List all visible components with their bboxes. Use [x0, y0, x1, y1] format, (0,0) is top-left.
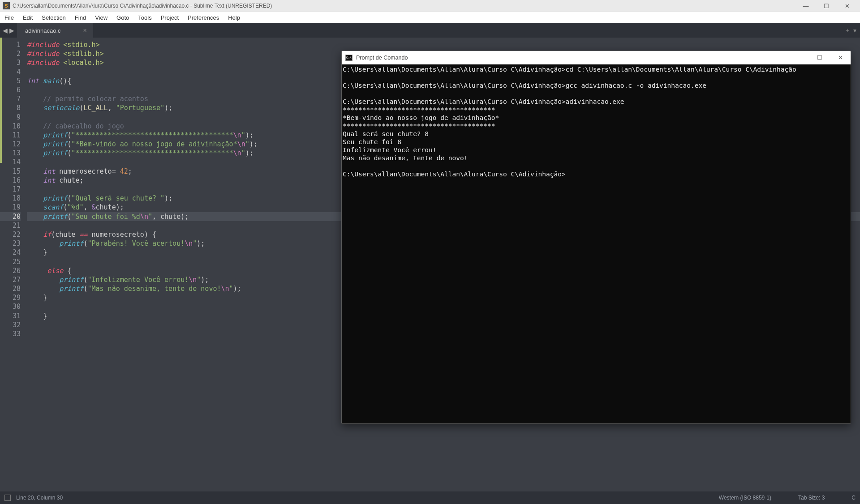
tab-nav-arrows[interactable]: ◀▶: [0, 23, 17, 38]
menu-edit[interactable]: Edit: [18, 12, 37, 23]
menu-help[interactable]: Help: [224, 12, 245, 23]
window-controls: — ☐ ✕: [796, 0, 857, 12]
command-prompt-window[interactable]: C:\ Prompt de Comando — ☐ ✕ C:\Users\all…: [341, 51, 851, 424]
cmd-close-button[interactable]: ✕: [830, 51, 851, 64]
menubar: File Edit Selection Find View Goto Tools…: [0, 12, 860, 23]
window-title: C:\Users\allan\Documents\Allan\Alura\Cur…: [13, 3, 796, 9]
cmd-maximize-button[interactable]: ☐: [809, 51, 830, 64]
cmd-title: Prompt de Comando: [356, 55, 789, 61]
menu-selection[interactable]: Selection: [37, 12, 70, 23]
menu-preferences[interactable]: Preferences: [183, 12, 224, 23]
titlebar: S C:\Users\allan\Documents\Allan\Alura\C…: [0, 0, 860, 12]
cmd-titlebar[interactable]: C:\ Prompt de Comando — ☐ ✕: [342, 51, 851, 64]
cmd-minimize-button[interactable]: —: [789, 51, 809, 64]
tab-size-label[interactable]: Tab Size: 3: [798, 495, 825, 501]
tab-label: adivinhacao.c: [25, 27, 61, 34]
panel-toggle-icon[interactable]: [4, 495, 11, 501]
syntax-label[interactable]: C: [851, 495, 856, 501]
menu-tools[interactable]: Tools: [133, 12, 156, 23]
new-tab-icon[interactable]: ＋: [844, 26, 851, 34]
menu-file[interactable]: File: [0, 12, 18, 23]
tab-adivinhacao[interactable]: adivinhacao.c ×: [17, 23, 94, 38]
encoding-label[interactable]: Western (ISO 8859-1): [719, 495, 771, 501]
menu-find[interactable]: Find: [70, 12, 90, 23]
statusbar: Line 20, Column 30 Western (ISO 8859-1) …: [0, 491, 860, 504]
menu-project[interactable]: Project: [156, 12, 183, 23]
close-button[interactable]: ✕: [837, 0, 857, 12]
cmd-icon: C:\: [345, 55, 353, 61]
minimize-button[interactable]: —: [796, 0, 816, 12]
menu-view[interactable]: View: [90, 12, 112, 23]
tab-close-icon[interactable]: ×: [83, 27, 87, 34]
cmd-body[interactable]: C:\Users\allan\Documents\Allan\Alura\Cur…: [342, 64, 851, 423]
tab-dropdown-icon[interactable]: ▾: [853, 27, 856, 34]
gutter: 1234567891011121314151617181920212223242…: [0, 38, 25, 491]
tabbar: ◀▶ adivinhacao.c × ＋ ▾: [0, 23, 860, 38]
cursor-position: Line 20, Column 30: [16, 495, 63, 501]
menu-goto[interactable]: Goto: [112, 12, 133, 23]
maximize-button[interactable]: ☐: [816, 0, 837, 12]
sublime-icon: S: [3, 2, 10, 9]
